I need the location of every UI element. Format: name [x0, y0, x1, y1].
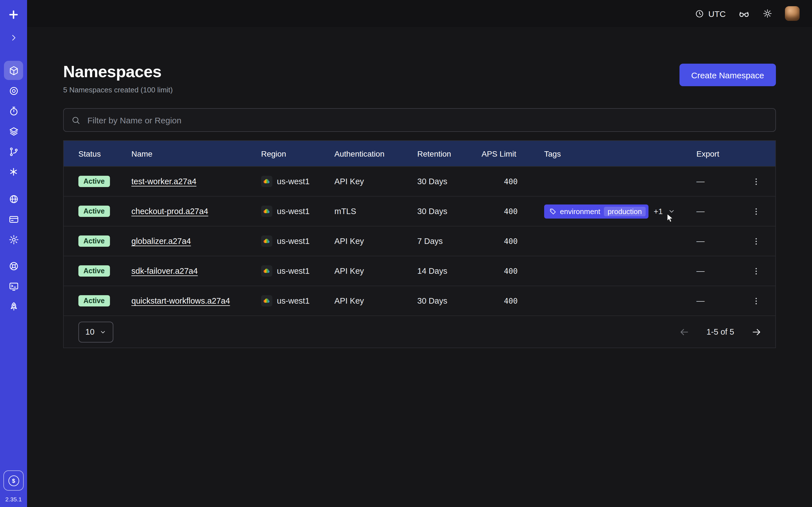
sidebar-item-billing[interactable]: [4, 210, 23, 229]
usage-icon: $: [8, 475, 19, 486]
tag-key: environment: [560, 207, 600, 216]
tags-cell: environment production +1: [518, 204, 696, 218]
column-header-retention: Retention: [417, 149, 481, 158]
row-menu-button[interactable]: [748, 173, 764, 189]
sun-icon[interactable]: [762, 8, 772, 18]
sidebar-item-getting-started[interactable]: [4, 297, 23, 316]
arrow-right-icon[interactable]: [751, 327, 762, 337]
retention-label: 14 Days: [417, 267, 481, 276]
region-label: us-west1: [277, 267, 310, 276]
region-label: us-west1: [277, 296, 310, 305]
pagination-range: 1-5 of 5: [707, 327, 734, 336]
row-menu-button[interactable]: [748, 203, 764, 219]
auth-label: API Key: [335, 177, 417, 186]
sidebar-item-nexus[interactable]: [4, 162, 23, 181]
aps-limit-value: 400: [481, 296, 518, 305]
tag-badge[interactable]: environment production: [544, 204, 649, 218]
export-value: —: [696, 296, 748, 305]
billing-card-icon: [8, 214, 19, 224]
aps-limit-value: 400: [481, 237, 518, 245]
filter-bar: [63, 108, 776, 132]
region-label: us-west1: [277, 237, 310, 245]
cube-icon: [8, 65, 19, 76]
sidebar-nav-help: [4, 256, 23, 317]
timezone-selector[interactable]: UTC: [695, 9, 726, 18]
sidebar-item-target[interactable]: [4, 81, 23, 100]
chevron-down-icon: [99, 328, 106, 335]
chevron-down-icon[interactable]: [668, 207, 675, 215]
sidebar-bottom: $ 2.35.1: [3, 470, 24, 507]
page-subtitle: 5 Namespaces created (100 limit): [63, 86, 173, 94]
table-row: Active sdk-failover.a27a4 us-west1 API K…: [64, 256, 775, 286]
temporal-logo-icon[interactable]: [4, 5, 23, 24]
sidebar-item-settings[interactable]: [4, 230, 23, 249]
namespace-link[interactable]: test-worker.a27a4: [132, 177, 197, 186]
page-title: Namespaces: [63, 62, 173, 81]
sidebar-item-workflows[interactable]: [4, 142, 23, 161]
avatar[interactable]: [785, 6, 800, 21]
sidebar-item-globe[interactable]: [4, 189, 23, 209]
export-value: —: [696, 177, 748, 186]
sidebar-item-docs[interactable]: [4, 277, 23, 296]
gcp-icon: [261, 295, 272, 306]
namespace-link[interactable]: globalizer.a27a4: [132, 237, 191, 245]
search-input[interactable]: [86, 115, 768, 125]
column-header-status: Status: [79, 149, 132, 158]
aps-limit-value: 400: [481, 267, 518, 276]
status-badge: Active: [79, 265, 110, 277]
region-label: us-west1: [277, 177, 310, 186]
gcp-icon: [261, 206, 272, 217]
sidebar-item-deployments[interactable]: [4, 122, 23, 141]
search-icon: [71, 115, 81, 125]
status-badge: Active: [79, 295, 110, 306]
page-header: Namespaces 5 Namespaces created (100 lim…: [63, 62, 776, 94]
row-menu-button[interactable]: [748, 293, 764, 309]
page-size-select[interactable]: 10: [79, 321, 113, 342]
sidebar-item-support[interactable]: [4, 256, 23, 276]
sidebar-item-schedules[interactable]: [4, 101, 23, 121]
auth-label: API Key: [335, 267, 417, 276]
gcp-icon: [261, 176, 272, 187]
timezone-label: UTC: [708, 9, 726, 18]
column-header-name: Name: [132, 149, 261, 158]
workflow-icon: [8, 146, 19, 157]
rocket-icon: [8, 301, 19, 312]
terminal-icon: [8, 281, 19, 291]
export-value: —: [696, 207, 748, 216]
auth-label: API Key: [335, 237, 417, 245]
retention-label: 30 Days: [417, 207, 481, 216]
column-header-aps-limit: APS Limit: [481, 149, 518, 158]
aps-limit-value: 400: [481, 177, 518, 186]
table-body: Active test-worker.a27a4 us-west1 API Ke…: [64, 166, 775, 316]
table-row: Active test-worker.a27a4 us-west1 API Ke…: [64, 166, 775, 196]
sidebar-nav-secondary: [4, 189, 23, 249]
row-menu-button[interactable]: [748, 263, 764, 279]
lifebuoy-icon: [8, 261, 19, 271]
auth-label: API Key: [335, 296, 417, 305]
namespace-link[interactable]: checkout-prod.a27a4: [132, 207, 208, 216]
create-namespace-button[interactable]: Create Namespace: [679, 64, 776, 86]
row-menu-button[interactable]: [748, 233, 764, 249]
topbar: UTC: [27, 0, 812, 27]
arrow-left-icon[interactable]: [679, 327, 690, 337]
auth-label: mTLS: [335, 207, 417, 216]
usage-button[interactable]: $: [3, 470, 24, 491]
tag-value: production: [604, 207, 646, 216]
tag-icon: [549, 208, 557, 215]
sidebar-item-namespaces[interactable]: [4, 61, 23, 80]
app: $ 2.35.1 UTC Namespaces 5 Namespaces cre…: [0, 0, 812, 507]
namespace-link[interactable]: sdk-failover.a27a4: [132, 267, 198, 276]
retention-label: 30 Days: [417, 296, 481, 305]
export-value: —: [696, 237, 748, 245]
aps-limit-value: 400: [481, 207, 518, 216]
column-header-tags: Tags: [518, 149, 696, 158]
column-header-authentication: Authentication: [335, 149, 417, 158]
column-header-region: Region: [261, 149, 335, 158]
pagination: 1-5 of 5: [679, 327, 762, 337]
expand-sidebar-button[interactable]: [4, 28, 23, 47]
tags-more-label[interactable]: +1: [654, 207, 663, 216]
status-badge: Active: [79, 176, 110, 187]
namespace-link[interactable]: quickstart-workflows.a27a4: [132, 296, 230, 305]
glasses-icon[interactable]: [738, 8, 750, 19]
globe-icon: [8, 193, 19, 204]
